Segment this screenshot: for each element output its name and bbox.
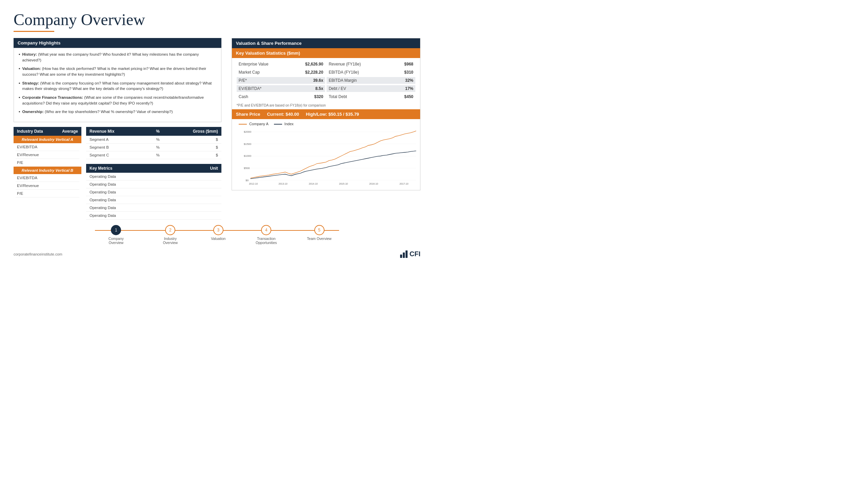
highlight-text: Strategy: (What is the company focusing …	[22, 80, 216, 92]
share-chart-area: Company A Index $2000 $1500 $1000 $500 $…	[232, 119, 420, 190]
key-metrics-cell	[180, 173, 221, 181]
company-highlights-header: Company Highlights	[14, 38, 221, 48]
val-value2: 17%	[405, 86, 413, 91]
share-price-high-low: High/Low: $50.15 / $35.79	[306, 112, 359, 117]
legend-company-a: Company A	[239, 122, 269, 126]
revenue-mix-cell: Segment A	[86, 136, 144, 144]
highlight-item: •Strategy: (What is the company focusing…	[19, 80, 216, 92]
key-metrics-cell: Operating Data	[86, 196, 180, 204]
industry-row: EV/Revenue	[16, 151, 79, 159]
valuation-row: Market Cap$2,228.20EBITDA (FY18e)$310	[237, 69, 415, 76]
revenue-mix-row: Segment C%$	[86, 151, 221, 159]
val-label: P/E*	[239, 78, 247, 83]
key-metrics-table: Key MetricsUnit Operating DataOperating …	[86, 164, 221, 220]
val-label: Cash	[239, 94, 248, 99]
val-cell-right: Debt / EV17%	[327, 85, 415, 92]
timeline-item[interactable]: 3Valuation	[211, 225, 225, 241]
val-value: $2,626.90	[305, 62, 323, 67]
timeline-circle[interactable]: 4	[261, 225, 271, 235]
key-metrics-cell: Operating Data	[86, 188, 180, 196]
timeline-label: Company Overview	[102, 237, 130, 245]
valuation-row: Cash$320Total Debt$450	[237, 93, 415, 100]
val-label2: EBITDA (FY18e)	[329, 70, 359, 75]
industry-row: EV/EBITDA	[16, 174, 79, 182]
val-label2: Total Debt	[329, 94, 347, 99]
val-cell-left: EV/EBITDA*8.5x	[237, 85, 326, 92]
val-label2: Debt / EV	[329, 86, 346, 91]
timeline-label: Transaction Opportunities	[253, 237, 280, 245]
highlight-text: Corporate Finance Transactions: (What ar…	[22, 95, 216, 106]
key-metrics-row: Operating Data	[86, 188, 221, 196]
timeline-item[interactable]: 1Company Overview	[102, 225, 130, 245]
industry-row: EV/Revenue	[16, 182, 79, 190]
timeline-circle[interactable]: 1	[111, 225, 121, 235]
val-cell-right: Revenue (FY18e)$968	[327, 61, 415, 68]
val-label: Enterprise Value	[239, 62, 269, 67]
timeline-circle[interactable]: 2	[165, 225, 175, 235]
highlight-text: Ownership: (Who are the top shareholders…	[22, 109, 173, 115]
svg-text:2013-10: 2013-10	[278, 183, 287, 185]
bullet-icon: •	[19, 66, 20, 77]
timeline-section: 1Company Overview2Industry Overview3Valu…	[14, 225, 420, 245]
val-value: 39.6x	[313, 78, 323, 83]
timeline-circle[interactable]: 3	[213, 225, 223, 235]
legend-index: Index	[274, 122, 294, 126]
highlight-item: •History: (What year was the company fou…	[19, 52, 216, 63]
highlights-box: •History: (What year was the company fou…	[14, 48, 221, 122]
timeline-item[interactable]: 5Team Overview	[307, 225, 331, 241]
revenue-mix-cell: $	[163, 144, 221, 151]
svg-text:$500: $500	[244, 167, 250, 170]
bullet-icon: •	[19, 80, 20, 92]
svg-text:2015-10: 2015-10	[339, 183, 348, 185]
svg-text:$2000: $2000	[244, 130, 252, 133]
timeline-label: Team Overview	[307, 237, 331, 241]
timeline-item[interactable]: 4Transaction Opportunities	[253, 225, 280, 245]
revenue-mix-cell: %	[144, 136, 163, 144]
valuation-row: P/E*39.6xEBITDA Margin32%	[237, 77, 415, 84]
val-value2: $310	[404, 70, 413, 75]
timeline-circle[interactable]: 5	[314, 225, 324, 235]
valuation-note: *P/E and EV/EBITDA are based on FY18(e) …	[232, 102, 420, 109]
val-label2: Revenue (FY18e)	[329, 62, 361, 67]
title-underline	[14, 31, 54, 32]
svg-text:2017-10: 2017-10	[399, 183, 408, 185]
key-metrics-cell: Operating Data	[86, 181, 180, 188]
key-metrics-cell: Operating Data	[86, 173, 180, 181]
cfi-logo: CFI	[400, 250, 420, 258]
svg-text:2014-10: 2014-10	[309, 183, 318, 185]
valuation-box: Valuation & Share Performance Key Valuat…	[232, 38, 420, 190]
highlight-item: •Valuation: (How has the stock performed…	[19, 66, 216, 77]
key-metrics-cell	[180, 212, 221, 220]
valuation-row: Enterprise Value$2,626.90Revenue (FY18e)…	[237, 61, 415, 68]
val-label: EV/EBITDA*	[239, 86, 261, 91]
val-value: $2,228.20	[305, 70, 323, 75]
val-cell-left: Market Cap$2,228.20	[237, 69, 326, 76]
cfi-logo-text: CFI	[410, 250, 420, 258]
industry-data-label: Industry Data	[17, 129, 43, 134]
timeline-label: Industry Overview	[157, 237, 184, 245]
key-metrics-cell	[180, 196, 221, 204]
valuation-header: Valuation & Share Performance	[232, 38, 420, 48]
share-price-current: Current: $40.00	[267, 112, 299, 117]
revenue-mix-cell: %	[144, 144, 163, 151]
revenue-mix-header: %	[144, 127, 163, 136]
val-cell-right: EBITDA (FY18e)$310	[327, 69, 415, 76]
val-cell-left: P/E*39.6x	[237, 77, 326, 84]
val-value2: $450	[404, 94, 413, 99]
val-value2: 32%	[405, 78, 413, 83]
revenue-mix-header: Revenue Mix	[86, 127, 144, 136]
valuation-row: EV/EBITDA*8.5xDebt / EV17%	[237, 85, 415, 92]
highlight-item: •Corporate Finance Transactions: (What a…	[19, 95, 216, 106]
revenue-mix-cell: Segment C	[86, 151, 144, 159]
key-metrics-row: Operating Data	[86, 196, 221, 204]
key-metrics-row: Operating Data	[86, 204, 221, 212]
revenue-mix-cell: %	[144, 151, 163, 159]
industry-row: P/E	[16, 190, 79, 198]
timeline-item[interactable]: 2Industry Overview	[157, 225, 184, 245]
footer: corporatefinanceinstitute.com CFI	[14, 248, 420, 258]
val-cell-right: EBITDA Margin32%	[327, 77, 415, 84]
val-value: $320	[314, 94, 323, 99]
revenue-mix-cell: Segment B	[86, 144, 144, 151]
timeline-label: Valuation	[211, 237, 225, 241]
revenue-mix-row: Segment B%$	[86, 144, 221, 151]
